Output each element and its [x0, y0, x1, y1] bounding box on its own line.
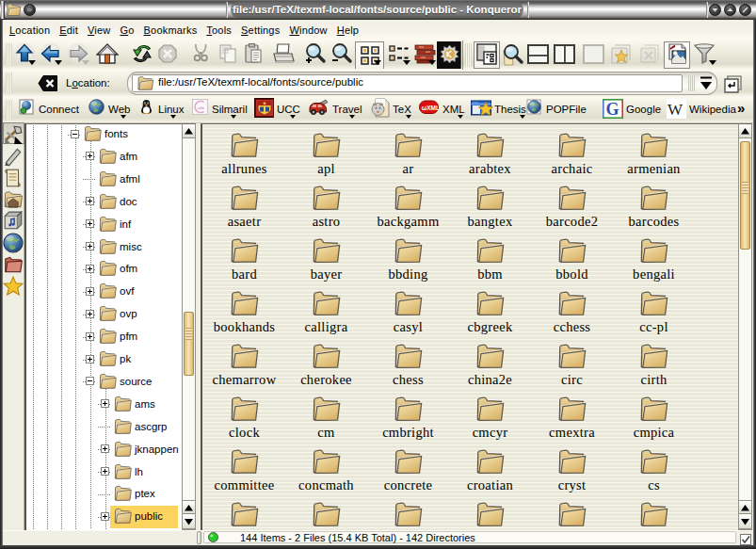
svg-text:G: G: [606, 100, 619, 119]
svg-text:silm: silm: [198, 105, 205, 110]
svg-text:ωXML: ωXML: [422, 105, 439, 111]
svg-text:W: W: [668, 101, 684, 119]
